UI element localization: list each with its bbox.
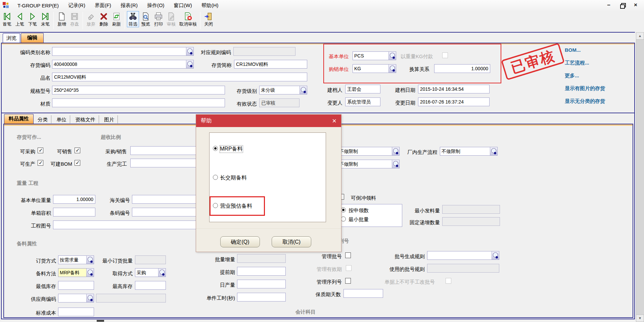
print-button[interactable]: 打印: [152, 11, 165, 27]
unit-time-field[interactable]: [237, 293, 286, 301]
lookup-icon[interactable]: [158, 269, 166, 277]
lookup-icon[interactable]: [186, 47, 193, 55]
sellable-checkbox[interactable]: [75, 148, 80, 153]
dialog-close-icon[interactable]: ×: [332, 117, 336, 125]
limit2-combo[interactable]: 不做限制: [337, 160, 400, 168]
refresh-button[interactable]: 刷新: [110, 11, 123, 27]
tab-browse[interactable]: 浏览: [3, 33, 20, 43]
scroll-down-icon[interactable]: ▼: [636, 315, 644, 322]
close-button[interactable]: 关闭: [202, 11, 215, 27]
long-leadtime-option-radio[interactable]: [213, 175, 218, 180]
lookup-icon[interactable]: [492, 251, 499, 259]
prep-method-combo[interactable]: MRP备料: [58, 268, 94, 277]
lookup-icon[interactable]: [300, 86, 307, 94]
batch-rule-combo[interactable]: [427, 251, 499, 260]
last-record-button[interactable]: 末笔: [39, 11, 51, 27]
acquire-method-combo[interactable]: 采购: [135, 268, 166, 277]
item-short-name-field[interactable]: CR12MOV精料: [234, 60, 307, 69]
box-volume-field[interactable]: [53, 208, 95, 216]
tab-item-attrs[interactable]: 料品属性: [4, 114, 34, 124]
spec-label: 规格型号: [13, 88, 50, 94]
lead-time-field[interactable]: [237, 267, 286, 276]
tab-category[interactable]: 分类: [34, 115, 51, 123]
spec-field[interactable]: 250*240*35: [52, 86, 225, 94]
lookup-icon[interactable]: [388, 65, 396, 73]
base-unit-weight-field[interactable]: 1.00000: [53, 195, 95, 204]
more-link[interactable]: 更多...: [565, 73, 579, 79]
barcode-field[interactable]: [132, 208, 197, 216]
lookup-icon[interactable]: [392, 147, 399, 155]
purchase-sale-ratio-field[interactable]: [130, 146, 197, 155]
min-stock-field[interactable]: [58, 281, 94, 290]
purchasable-checkbox[interactable]: [38, 148, 43, 153]
preview-button[interactable]: 预览: [140, 11, 152, 27]
menu-operate[interactable]: 操作(O): [142, 1, 169, 10]
production-done-ratio-field[interactable]: [130, 159, 197, 167]
long-leadtime-option-label[interactable]: 长交期备料: [220, 174, 247, 182]
lookup-icon[interactable]: [388, 52, 396, 60]
tab-qualification[interactable]: 资格文件: [72, 115, 99, 123]
tab-unit[interactable]: 单位: [53, 115, 70, 123]
lookup-icon[interactable]: [86, 294, 94, 302]
menu-record[interactable]: 记录(R): [63, 1, 90, 10]
filter-button[interactable]: 筛选: [127, 11, 139, 27]
manage-batch-checkbox[interactable]: [345, 252, 351, 258]
base-unit-combo[interactable]: PCS: [353, 51, 396, 60]
lookup-icon[interactable]: [392, 160, 399, 168]
shelf-days-field[interactable]: [343, 289, 383, 298]
factory-flow-combo[interactable]: 不做限制: [440, 147, 498, 156]
bom-allowed-checkbox[interactable]: [75, 160, 80, 166]
lookup-icon[interactable]: [86, 256, 94, 264]
menu-interface[interactable]: 界面(F): [90, 1, 116, 10]
lookup-icon[interactable]: [86, 269, 94, 277]
mrp-option-label[interactable]: MRP备料: [220, 146, 243, 153]
prev-record-button[interactable]: 上笔: [14, 11, 26, 27]
supplier-code-combo[interactable]: [58, 294, 94, 303]
cancel-audit-button[interactable]: 取消审核: [178, 11, 198, 27]
max-stock-field[interactable]: [135, 281, 166, 290]
limit1-combo[interactable]: 不做限制: [337, 147, 400, 156]
window-close-icon[interactable]: ×: [632, 1, 639, 9]
trade-unit-combo[interactable]: KG: [353, 64, 396, 73]
std-cost-field[interactable]: [58, 308, 94, 316]
drawing-no-field[interactable]: [53, 220, 201, 229]
menu-help[interactable]: 帮助(H): [197, 1, 223, 10]
item-code-combo[interactable]: 400400008: [52, 60, 194, 69]
toolbar: 首笔 上笔 下笔 末笔 新增 存盘 放弃 删除 刷新 筛选 预览: [1, 11, 215, 31]
modify-date-label: 变更日期: [391, 99, 415, 106]
bom-link[interactable]: BOM...: [565, 47, 581, 53]
material-field[interactable]: [52, 98, 225, 107]
customs-code-field[interactable]: [132, 195, 197, 204]
menu-window[interactable]: 窗口(W): [169, 1, 197, 10]
new-button[interactable]: 新增: [56, 11, 68, 27]
window-restore-icon[interactable]: [618, 1, 626, 9]
by-request-radio[interactable]: [341, 207, 346, 212]
first-record-button[interactable]: 首笔: [1, 11, 13, 27]
daily-output-field[interactable]: [237, 280, 286, 288]
min-batch-radio[interactable]: [341, 216, 346, 222]
menu-report[interactable]: 报表(R): [116, 1, 142, 10]
conversion-field[interactable]: 1.00000: [434, 64, 490, 73]
mrp-option-radio[interactable]: [213, 146, 218, 151]
producible-checkbox[interactable]: [38, 160, 43, 166]
dialog-ok-button[interactable]: 确定(Q): [220, 236, 260, 247]
show-unclassified-link[interactable]: 显示无分类的存货: [565, 98, 605, 105]
lookup-icon[interactable]: [490, 147, 497, 155]
grade-combo[interactable]: 未分级: [259, 86, 307, 94]
lookup-icon[interactable]: [186, 60, 193, 68]
code-category-combo[interactable]: [52, 47, 194, 56]
window-minimize-icon[interactable]: –: [605, 1, 612, 9]
scroll-up-icon[interactable]: ▲: [636, 32, 644, 40]
menu-app[interactable]: T-GROUP ERP(E): [13, 1, 63, 10]
manage-serial-checkbox[interactable]: [345, 278, 351, 284]
order-method-combo[interactable]: 按需求量: [58, 255, 94, 264]
tab-image[interactable]: 图片: [101, 115, 118, 123]
process-flow-link[interactable]: 工艺流程...: [565, 60, 589, 66]
tab-edit[interactable]: 编辑: [21, 33, 44, 43]
product-name-field[interactable]: CR12MOV精料: [52, 73, 307, 81]
vertical-scrollbar[interactable]: [636, 32, 644, 322]
delete-button[interactable]: 删除: [98, 11, 110, 27]
show-with-images-link[interactable]: 显示有图片的存货: [565, 85, 605, 92]
dialog-cancel-button[interactable]: 取消(C): [272, 236, 311, 247]
next-record-button[interactable]: 下笔: [27, 11, 39, 27]
